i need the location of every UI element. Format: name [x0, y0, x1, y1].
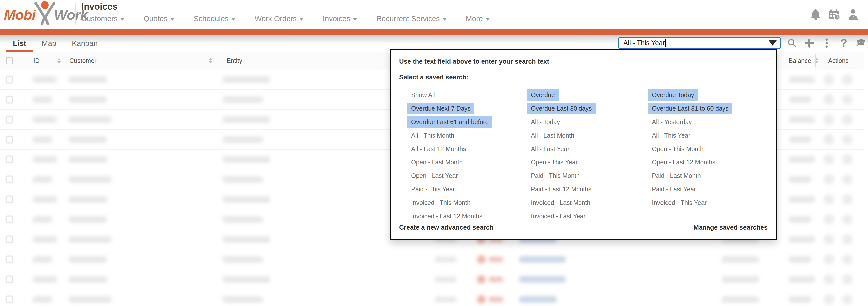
manage-saved-searches-link[interactable]: Manage saved searches — [693, 224, 768, 232]
row-checkbox[interactable] — [6, 216, 13, 223]
column-header-balance[interactable]: Balance — [788, 53, 818, 69]
row-action-icon[interactable] — [824, 114, 834, 125]
row-action-icon[interactable] — [842, 134, 852, 145]
saved-search-paid-last-12-months[interactable]: Paid - Last 12 Months — [527, 183, 595, 195]
saved-search-all-today[interactable]: All - Today — [527, 116, 563, 128]
column-header-id[interactable]: ID — [33, 53, 61, 69]
row-checkbox[interactable] — [6, 176, 13, 183]
row-action-icon[interactable] — [842, 214, 852, 225]
saved-search-all-last-year[interactable]: All - Last Year — [527, 143, 573, 155]
saved-search-input[interactable]: All - This Year — [618, 37, 781, 49]
nav-item-more[interactable]: More — [466, 14, 490, 23]
more-options-kebab-icon[interactable] — [821, 38, 832, 49]
sort-icon[interactable] — [57, 58, 61, 63]
saved-search-all-yesterday[interactable]: All - Yesterday — [648, 116, 695, 128]
nav-item-invoices[interactable]: Invoices — [323, 14, 357, 23]
row-checkbox[interactable] — [6, 156, 13, 163]
schedule-calendar-clock-icon[interactable] — [828, 9, 841, 21]
nav-item-work-orders[interactable]: Work Orders — [254, 14, 304, 23]
row-action-icon[interactable] — [824, 234, 834, 245]
redacted-id-cell — [33, 116, 57, 123]
saved-search-open-this-year[interactable]: Open - This Year — [527, 156, 581, 168]
dropdown-arrow-icon[interactable] — [769, 40, 777, 46]
row-action-icon[interactable] — [842, 234, 852, 245]
saved-search-overdue-last-31-to-60-days[interactable]: Overdue Last 31 to 60 days — [648, 102, 732, 114]
tab-kanban[interactable]: Kanban — [71, 35, 98, 52]
row-checkbox[interactable] — [6, 136, 13, 143]
saved-search-show-all[interactable]: Show All — [407, 89, 439, 101]
saved-search-all-last-month[interactable]: All - Last Month — [527, 129, 578, 141]
nav-item-customers[interactable]: Customers — [81, 14, 125, 23]
row-action-icon[interactable] — [842, 94, 852, 105]
saved-search-all-this-month[interactable]: All - This Month — [407, 129, 458, 141]
saved-search-paid-this-year[interactable]: Paid - This Year — [407, 183, 459, 195]
row-checkbox[interactable] — [6, 276, 13, 283]
row-action-icon[interactable] — [824, 154, 834, 165]
saved-search-all-this-year[interactable]: All - This Year — [648, 129, 694, 141]
saved-search-paid-last-month[interactable]: Paid - Last Month — [648, 170, 705, 182]
saved-search-invoiced-last-month[interactable]: Invoiced - Last Month — [527, 197, 594, 209]
redacted-id-cell — [33, 156, 57, 163]
row-checkbox[interactable] — [6, 255, 13, 263]
row-action-icon[interactable] — [842, 154, 852, 165]
saved-search-overdue-last-30-days[interactable]: Overdue Last 30 days — [527, 102, 596, 114]
saved-search-open-this-month[interactable]: Open - This Month — [648, 143, 707, 155]
nav-item-schedules[interactable]: Schedules — [194, 14, 236, 23]
row-action-icon[interactable] — [824, 74, 834, 85]
row-action-icon[interactable] — [842, 294, 852, 305]
tab-map[interactable]: Map — [41, 35, 57, 52]
select-all-checkbox[interactable] — [6, 53, 13, 69]
row-action-icon[interactable] — [842, 114, 852, 125]
row-checkbox[interactable] — [6, 116, 13, 123]
row-action-icon[interactable] — [824, 134, 834, 145]
sort-icon[interactable] — [209, 58, 213, 63]
row-checkbox[interactable] — [6, 236, 13, 243]
redacted-balance-cell — [789, 216, 811, 223]
saved-search-paid-last-year[interactable]: Paid - Last Year — [648, 183, 700, 195]
row-action-icon[interactable] — [824, 254, 834, 265]
user-profile-icon[interactable] — [847, 9, 859, 21]
nav-item-quotes[interactable]: Quotes — [144, 14, 175, 23]
row-action-icon[interactable] — [824, 294, 834, 305]
saved-search-open-last-year[interactable]: Open - Last Year — [407, 170, 462, 182]
nav-item-recurrent-services[interactable]: Recurrent Services — [376, 14, 447, 23]
row-checkbox[interactable] — [6, 76, 13, 83]
column-header-entity[interactable]: Entity — [227, 53, 242, 69]
saved-search-paid-this-month[interactable]: Paid - This Month — [527, 170, 583, 182]
saved-search-all-last-12-months[interactable]: All - Last 12 Months — [407, 143, 470, 155]
create-advanced-search-link[interactable]: Create a new advanced search — [399, 224, 494, 232]
row-action-icon[interactable] — [842, 194, 852, 205]
add-icon[interactable] — [804, 38, 815, 49]
column-header-customer[interactable]: Customer — [69, 53, 213, 69]
row-checkbox[interactable] — [6, 96, 13, 103]
saved-search-open-last-month[interactable]: Open - Last Month — [407, 156, 466, 168]
column-label: ID — [33, 57, 40, 64]
saved-search-open-last-12-months[interactable]: Open - Last 12 Months — [648, 156, 719, 168]
row-action-icon[interactable] — [842, 254, 852, 265]
search-icon[interactable] — [787, 38, 798, 49]
row-action-icon[interactable] — [842, 174, 852, 185]
row-action-icon[interactable] — [842, 74, 852, 85]
saved-search-overdue[interactable]: Overdue — [527, 89, 559, 101]
tab-list[interactable]: List — [12, 35, 27, 52]
saved-search-invoiced-last-year[interactable]: Invoiced - Last Year — [527, 210, 589, 222]
help-icon[interactable]: ? — [838, 38, 849, 49]
saved-search-invoiced-this-month[interactable]: Invoiced - This Month — [407, 197, 474, 209]
redacted-date-cell — [435, 256, 457, 262]
saved-search-invoiced-last-12-months[interactable]: Invoiced - Last 12 Months — [407, 210, 486, 222]
row-action-icon[interactable] — [824, 214, 834, 225]
redacted-customer-cell — [69, 296, 111, 303]
row-checkbox[interactable] — [6, 196, 13, 203]
row-action-icon[interactable] — [824, 274, 834, 284]
row-action-icon[interactable] — [824, 174, 834, 185]
saved-search-overdue-today[interactable]: Overdue Today — [648, 89, 698, 101]
row-action-icon[interactable] — [824, 94, 834, 105]
row-checkbox[interactable] — [6, 296, 13, 303]
row-action-icon[interactable] — [824, 194, 834, 205]
saved-search-overdue-next-7-days[interactable]: Overdue Next 7 Days — [407, 102, 474, 114]
training-cap-icon[interactable] — [856, 38, 867, 49]
saved-search-overdue-last-61-and-before[interactable]: Overdue Last 61 and before — [407, 116, 492, 128]
notifications-bell-icon[interactable] — [810, 9, 822, 21]
saved-search-invoiced-this-year[interactable]: Invoiced - This Year — [648, 197, 710, 209]
row-action-icon[interactable] — [842, 274, 852, 284]
